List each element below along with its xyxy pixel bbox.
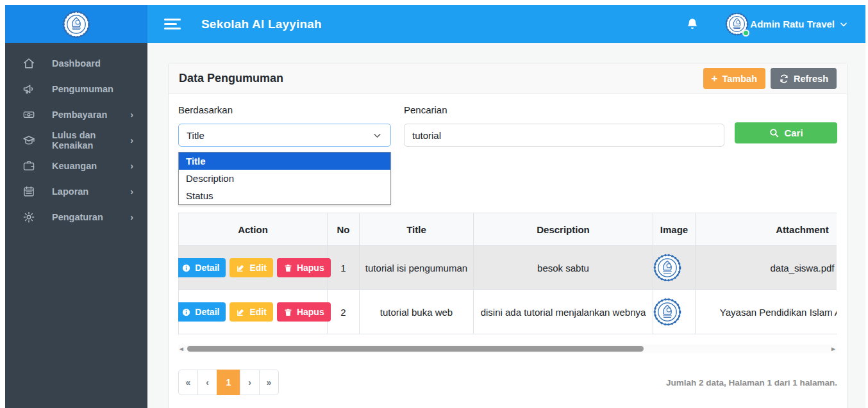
- sidebar-item-pembayaran[interactable]: Pembayaran ›: [5, 102, 147, 127]
- chevron-right-icon: ›: [130, 110, 133, 120]
- cell-title: tutorial isi pengumuman: [360, 246, 474, 290]
- navbar: Sekolah Al Layyinah Admin Ratu Travel: [147, 5, 865, 43]
- filter-select-value: Title: [187, 130, 204, 141]
- edit-button[interactable]: Edit: [230, 258, 272, 277]
- col-header-image: Image: [653, 213, 696, 246]
- scroll-left-arrow-icon[interactable]: ◄: [178, 345, 185, 353]
- wallet-icon: [22, 159, 35, 172]
- col-header-description: Description: [474, 213, 653, 246]
- info-icon: [181, 307, 191, 317]
- sidebar-item-label: Lulus dan Kenaikan: [52, 130, 130, 151]
- sidebar-item-dashboard[interactable]: Dashboard: [5, 51, 147, 76]
- trash-icon: [283, 263, 293, 273]
- scroll-right-arrow-icon[interactable]: ►: [830, 345, 837, 353]
- delete-button[interactable]: Hapus: [277, 258, 331, 277]
- megaphone-icon: [22, 83, 35, 95]
- data-pengumuman-card: Data Pengumuman + Tambah Refresh: [168, 63, 847, 408]
- refresh-button[interactable]: Refresh: [771, 68, 837, 89]
- chevron-right-icon: ›: [130, 212, 133, 222]
- pagination-page-1-button[interactable]: 1: [217, 370, 240, 395]
- edit-button[interactable]: Edit: [230, 302, 272, 322]
- col-header-attachment: Attachment: [696, 213, 837, 246]
- graduation-cap-icon: [22, 134, 35, 147]
- info-icon: [181, 263, 191, 273]
- detail-button[interactable]: Detail: [178, 258, 226, 277]
- chevron-right-icon: ›: [130, 186, 133, 197]
- horizontal-scrollbar[interactable]: ◄ ►: [178, 345, 837, 353]
- dropdown-option-title[interactable]: Title: [179, 152, 390, 170]
- filter-label: Berdasarkan: [178, 104, 391, 115]
- sidebar: Dashboard Pengumuman Pembayaran › Lu: [5, 43, 147, 408]
- main-content: Data Pengumuman + Tambah Refresh: [147, 43, 865, 408]
- chevron-right-icon: ›: [130, 135, 133, 145]
- sidebar-item-label: Pengaturan: [52, 212, 103, 222]
- pencil-icon: [236, 307, 246, 317]
- search-icon: [769, 127, 780, 138]
- sidebar-item-label: Pembayaran: [52, 110, 107, 120]
- cell-attachment: data_siswa.pdf: [696, 246, 837, 290]
- school-logo-icon: [62, 10, 90, 38]
- refresh-icon: [779, 74, 789, 84]
- cell-no: 2: [328, 290, 360, 334]
- scrollbar-thumb[interactable]: [187, 346, 644, 352]
- attachment-image-thumbnail: [653, 298, 681, 326]
- table-header-row: Action No Title Description Image Attach…: [179, 213, 837, 246]
- search-button[interactable]: Cari: [735, 122, 837, 143]
- pagination-prev-button[interactable]: ‹: [197, 370, 217, 395]
- brand-logo-area: [5, 5, 147, 43]
- menu-toggle-icon[interactable]: [164, 19, 182, 29]
- user-menu[interactable]: Admin Ratu Travel: [715, 12, 849, 36]
- app-title: Sekolah Al Layyinah: [201, 17, 322, 31]
- user-name: Admin Ratu Travel: [750, 19, 835, 29]
- sidebar-item-label: Pengumuman: [52, 84, 113, 94]
- chevron-right-icon: ›: [130, 161, 133, 171]
- delete-button[interactable]: Hapus: [277, 302, 331, 322]
- table-scroll-region: Action No Title Description Image Attach…: [178, 213, 837, 334]
- plus-icon: +: [712, 73, 718, 84]
- page-title: Data Pengumuman: [179, 72, 283, 85]
- topbar: Sekolah Al Layyinah Admin Ratu Travel: [5, 5, 865, 43]
- cell-no: 1: [328, 246, 360, 290]
- dropdown-option-status[interactable]: Status: [179, 187, 390, 204]
- cell-image: [653, 246, 696, 290]
- cell-description: disini ada tutorial menjalankan webnya: [474, 290, 653, 334]
- table-row: Detail Edit: [179, 290, 837, 334]
- col-header-title: Title: [360, 213, 474, 246]
- pagination: « ‹ 1 › »: [178, 370, 279, 395]
- detail-button[interactable]: Detail: [178, 302, 226, 322]
- banknote-icon: [22, 108, 35, 121]
- cell-image: [653, 290, 696, 334]
- trash-icon: [283, 307, 293, 317]
- pagination-last-button[interactable]: »: [259, 370, 279, 395]
- sidebar-item-label: Keuangan: [52, 161, 97, 171]
- sidebar-item-label: Dashboard: [52, 58, 101, 69]
- add-button[interactable]: + Tambah: [703, 68, 765, 89]
- search-label: Pencarian: [404, 104, 724, 115]
- col-header-action: Action: [179, 213, 328, 246]
- home-icon: [22, 57, 35, 70]
- pengumuman-table: Action No Title Description Image Attach…: [178, 213, 837, 334]
- sidebar-item-keuangan[interactable]: Keuangan ›: [5, 153, 147, 179]
- avatar: [725, 12, 749, 36]
- filter-select[interactable]: Title: [178, 124, 391, 147]
- cell-attachment: Yayasan Pendidikan Islam Al-Layyinah: [696, 290, 837, 334]
- table-row: Detail Edit: [179, 246, 837, 290]
- search-input[interactable]: [404, 124, 724, 147]
- pagination-first-button[interactable]: «: [178, 370, 198, 395]
- attachment-image-thumbnail: [653, 254, 681, 282]
- sidebar-item-pengaturan[interactable]: Pengaturan ›: [5, 204, 147, 230]
- gear-icon: [22, 211, 35, 224]
- pagination-next-button[interactable]: ›: [240, 370, 260, 395]
- calendar-icon: [22, 185, 35, 198]
- record-count-summary: Jumlah 2 data, Halaman 1 dari 1 halaman.: [666, 378, 837, 388]
- sidebar-item-label: Laporan: [52, 186, 88, 197]
- dropdown-option-description[interactable]: Description: [179, 170, 390, 187]
- sidebar-item-pengumuman[interactable]: Pengumuman: [5, 76, 147, 102]
- cell-title: tutorial buka web: [360, 290, 474, 334]
- sidebar-item-laporan[interactable]: Laporan ›: [5, 179, 147, 204]
- cell-description: besok sabtu: [474, 246, 653, 290]
- chevron-down-icon: [372, 130, 383, 141]
- sidebar-item-lulus-dan-kenaikan[interactable]: Lulus dan Kenaikan ›: [5, 127, 147, 153]
- notifications-bell-icon[interactable]: [685, 17, 699, 32]
- pencil-icon: [236, 263, 246, 273]
